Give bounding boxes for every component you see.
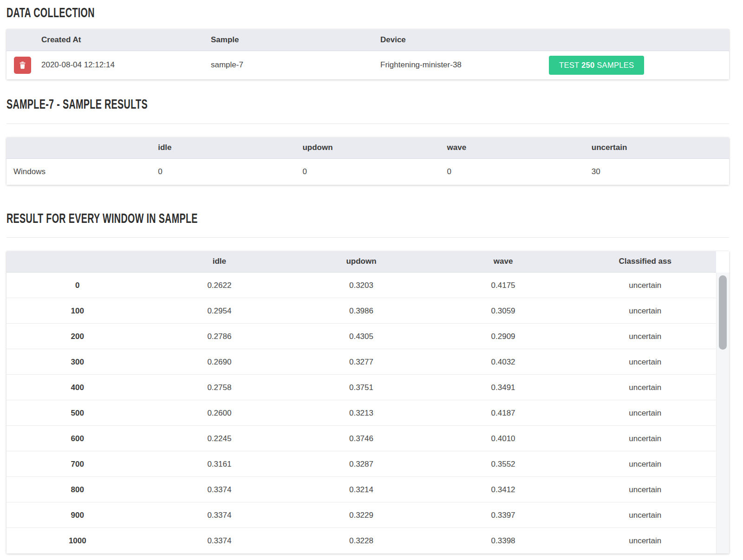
- updown-prob: 0.3203: [290, 273, 432, 298]
- wave-prob: 0.4175: [432, 273, 574, 298]
- header-idle: idle: [149, 251, 291, 273]
- wave-prob: 0.3398: [432, 528, 574, 553]
- header-idle: idle: [151, 137, 295, 159]
- window-index: 500: [7, 400, 149, 426]
- header-created-at: Created At: [34, 29, 204, 51]
- window-index: 300: [7, 349, 149, 375]
- table-header-row: idle updown wave uncertain: [7, 137, 729, 159]
- classified-as: uncertain: [574, 324, 716, 349]
- window-index: 800: [7, 477, 149, 502]
- idle-prob: 0.2622: [149, 273, 291, 298]
- wave-prob: 0.3397: [432, 502, 574, 528]
- idle-prob: 0.2786: [149, 324, 291, 349]
- table-header-row: Created At Sample Device: [7, 29, 729, 51]
- wave-prob: 0.4010: [432, 426, 574, 451]
- idle-prob: 0.3374: [149, 477, 291, 502]
- table-row: 800 0.3374 0.3214 0.3412 uncertain: [7, 477, 716, 502]
- window-index: 1000: [7, 528, 149, 553]
- table-row: 100 0.2954 0.3986 0.3059 uncertain: [7, 298, 716, 324]
- window-index: 600: [7, 426, 149, 451]
- data-collection-title: DATA COLLECTION: [7, 6, 729, 20]
- wave-prob: 0.4187: [432, 400, 574, 426]
- test-samples-button[interactable]: TEST 250 SAMPLES: [549, 56, 644, 75]
- idle-prob: 0.2245: [149, 426, 291, 451]
- trash-icon: [18, 61, 27, 70]
- idle-prob: 0.2600: [149, 400, 291, 426]
- idle-prob: 0.2954: [149, 298, 291, 324]
- table-header-row: idle updown wave Classified ass: [7, 251, 716, 273]
- header-actions: [7, 29, 34, 51]
- wave-prob: 0.3491: [432, 375, 574, 400]
- header-blank: [7, 251, 149, 273]
- section-divider: [7, 124, 729, 124]
- header-blank: [7, 137, 151, 159]
- header-uncertain: uncertain: [585, 137, 729, 159]
- classified-as: uncertain: [574, 375, 716, 400]
- header-classified-as: Classified ass: [574, 251, 716, 273]
- classified-as: uncertain: [574, 349, 716, 375]
- vertical-scrollbar-thumb[interactable]: [719, 275, 727, 350]
- classified-as: uncertain: [574, 502, 716, 528]
- wave-prob: 0.3552: [432, 451, 574, 477]
- classified-as: uncertain: [574, 400, 716, 426]
- classified-as: uncertain: [574, 426, 716, 451]
- sample-value: sample-7: [204, 51, 373, 79]
- wave-prob: 0.3412: [432, 477, 574, 502]
- table-row: 1000 0.3374 0.3228 0.3398 uncertain: [7, 528, 716, 553]
- created-at-value: 2020-08-04 12:12:14: [34, 51, 204, 79]
- updown-count: 0: [295, 159, 440, 185]
- header-updown: updown: [295, 137, 440, 159]
- idle-prob: 0.3374: [149, 502, 291, 528]
- idle-prob: 0.3374: [149, 528, 291, 553]
- data-collection-table: Created At Sample Device: [7, 29, 729, 79]
- classified-as: uncertain: [574, 298, 716, 324]
- device-value: Frightening-minister-38: [373, 51, 543, 79]
- delete-cell: [7, 51, 34, 79]
- header-wave: wave: [440, 137, 585, 159]
- classified-as: uncertain: [574, 477, 716, 502]
- header-sample: Sample: [204, 29, 373, 51]
- updown-prob: 0.3214: [290, 477, 432, 502]
- updown-prob: 0.3228: [290, 528, 432, 553]
- window-index: 100: [7, 298, 149, 324]
- uncertain-count: 30: [585, 159, 729, 185]
- idle-prob: 0.3161: [149, 451, 291, 477]
- classified-as: uncertain: [574, 528, 716, 553]
- table-row: 600 0.2245 0.3746 0.4010 uncertain: [7, 426, 716, 451]
- window-index: 900: [7, 502, 149, 528]
- wave-prob: 0.4032: [432, 349, 574, 375]
- table-row: 300 0.2690 0.3277 0.4032 uncertain: [7, 349, 716, 375]
- window-index: 200: [7, 324, 149, 349]
- table-row: 900 0.3374 0.3229 0.3397 uncertain: [7, 502, 716, 528]
- updown-prob: 0.3746: [290, 426, 432, 451]
- idle-prob: 0.2690: [149, 349, 291, 375]
- collection-row: 2020-08-04 12:12:14 sample-7 Frightening…: [7, 51, 729, 79]
- section-divider: [7, 237, 729, 238]
- idle-count: 0: [151, 159, 295, 185]
- table-row: 700 0.3161 0.3287 0.3552 uncertain: [7, 451, 716, 477]
- wave-prob: 0.3059: [432, 298, 574, 324]
- idle-prob: 0.2758: [149, 375, 291, 400]
- header-wave: wave: [432, 251, 574, 273]
- updown-prob: 0.3751: [290, 375, 432, 400]
- delete-sample-button[interactable]: [14, 57, 31, 74]
- table-row: 500 0.2600 0.3213 0.4187 uncertain: [7, 400, 716, 426]
- wave-count: 0: [440, 159, 585, 185]
- updown-prob: 0.4305: [290, 324, 432, 349]
- window-results-table: idle updown wave Classified ass 0 0.2622…: [7, 251, 729, 553]
- window-results-title: RESULT FOR EVERY WINDOW IN SAMPLE: [7, 211, 729, 225]
- header-updown: updown: [290, 251, 432, 273]
- table-row: 200 0.2786 0.4305 0.2909 uncertain: [7, 324, 716, 349]
- table-row: Windows 0 0 0 30: [7, 159, 729, 185]
- action-cell: TEST 250 SAMPLES: [543, 51, 729, 79]
- classified-as: uncertain: [574, 451, 716, 477]
- window-index: 700: [7, 451, 149, 477]
- row-label: Windows: [7, 159, 151, 185]
- classified-as: uncertain: [574, 273, 716, 298]
- sample-results-table: idle updown wave uncertain Windows 0 0 0…: [7, 137, 729, 185]
- updown-prob: 0.3277: [290, 349, 432, 375]
- window-index: 400: [7, 375, 149, 400]
- table-row: 0 0.2622 0.3203 0.4175 uncertain: [7, 273, 716, 298]
- vertical-scrollbar-track[interactable]: [716, 273, 729, 553]
- wave-prob: 0.2909: [432, 324, 574, 349]
